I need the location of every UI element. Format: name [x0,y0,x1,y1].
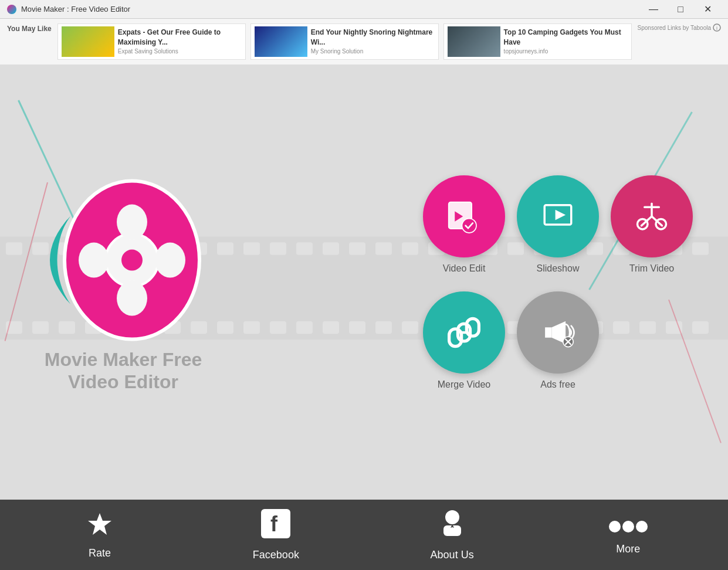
svg-rect-41 [296,321,313,334]
ad-thumb-2 [255,26,307,57]
video-edit-circle [423,175,505,257]
svg-rect-44 [375,321,392,334]
window-title: Movie Maker : Free Video Editor [21,5,640,13]
logo-area: Movie Maker Free Video Editor [35,172,211,393]
ad-title-1: Expats - Get Our Free Guide to Maximisin… [118,28,242,48]
ad-text-1: Expats - Get Our Free Guide to Maximisin… [118,28,242,56]
more-button[interactable]: More [540,515,716,555]
maximize-button[interactable]: □ [667,0,694,19]
title-bar: Movie Maker : Free Video Editor — □ ✕ [0,0,728,19]
svg-rect-13 [270,242,286,255]
window-controls: — □ ✕ [640,0,721,19]
svg-marker-83 [88,513,111,535]
svg-rect-16 [349,242,365,255]
ad-thumb-1 [62,26,114,57]
dots-icon [608,515,649,540]
trim-video-button[interactable]: Trim Video [611,175,693,274]
app-title: Movie Maker Free Video Editor [45,348,202,393]
slideshow-circle [517,175,599,257]
svg-point-59 [121,249,143,270]
svg-rect-3 [6,242,22,255]
rate-label: Rate [89,547,111,559]
ad-text-2: End Your Nightly Snoring Nightmare Wi...… [311,28,435,56]
ad-banner: You May Like Expats - Get Our Free Guide… [0,19,728,65]
content-area: Movie Maker Free Video Editor [0,65,728,500]
svg-rect-30 [6,321,22,334]
bottom-bar: Rate f Facebook [0,500,728,570]
ad-item-1[interactable]: Expats - Get Our Free Guide to Maximisin… [57,23,246,60]
svg-point-62 [79,242,109,277]
svg-rect-12 [243,242,260,255]
svg-point-89 [609,521,621,532]
ad-source-3: topsjourneys.info [504,48,628,56]
svg-point-61 [117,280,147,315]
svg-point-90 [622,521,634,532]
ad-header: You May Like [7,23,52,33]
svg-rect-29 [692,242,709,255]
svg-point-86 [445,510,459,524]
facebook-icon: f [261,509,290,545]
rate-button[interactable]: Rate [12,510,188,559]
svg-point-60 [117,204,147,239]
person-svg [438,509,467,541]
ad-items: Expats - Get Our Free Guide to Maximisin… [57,23,632,60]
svg-rect-18 [402,242,418,255]
svg-marker-70 [556,209,566,220]
ads-icon [537,312,578,353]
close-button[interactable]: ✕ [694,0,721,19]
features-area: Video Edit Slideshow [423,175,693,390]
minimize-button[interactable]: — [640,0,667,19]
svg-point-68 [462,218,477,233]
about-us-button[interactable]: About Us [364,509,540,561]
ads-free-button[interactable]: Ads free [517,291,599,390]
more-label: More [616,543,640,555]
star-icon [85,510,114,544]
ad-item-2[interactable]: End Your Nightly Snoring Nightmare Wi...… [250,23,439,60]
svg-text:i: i [716,25,717,31]
video-edit-button[interactable]: Video Edit [423,175,505,274]
svg-point-63 [155,242,185,277]
ad-sponsored: Sponsored Links by Taboola i [638,23,721,32]
ad-source-2: My Snoring Solution [311,48,435,56]
star-svg [85,510,114,540]
svg-rect-17 [375,242,392,255]
facebook-label: Facebook [253,549,299,561]
svg-rect-42 [323,321,339,334]
trim-label: Trim Video [629,263,674,274]
person-icon [438,509,467,545]
facebook-svg: f [261,509,290,541]
ads-circle [517,291,599,374]
ad-text-3: Top 10 Camping Gadgets You Must Have top… [504,28,628,56]
ad-source-1: Expat Saving Solutions [118,48,242,56]
svg-rect-38 [217,321,233,334]
video-edit-label: Video Edit [443,263,486,274]
ad-thumb-3 [448,26,500,57]
svg-rect-39 [243,321,260,334]
svg-rect-43 [349,321,365,334]
slideshow-button[interactable]: Slideshow [517,175,599,274]
merge-label: Merge Video [438,379,490,390]
svg-rect-11 [217,242,233,255]
svg-rect-14 [296,242,313,255]
about-us-label: About Us [431,549,474,561]
ad-title-3: Top 10 Camping Gadgets You Must Have [504,28,628,48]
merge-video-button[interactable]: Merge Video [423,291,505,390]
svg-point-91 [636,521,648,532]
svg-marker-78 [545,327,551,338]
merge-icon [443,312,485,353]
main-window: You May Like Expats - Get Our Free Guide… [0,19,728,570]
film-reel-svg [35,172,211,348]
video-edit-icon [443,196,485,237]
app-icon [7,5,16,14]
slideshow-icon [537,196,578,237]
ad-item-3[interactable]: Top 10 Camping Gadgets You Must Have top… [443,23,632,60]
merge-circle [423,291,505,374]
slideshow-label: Slideshow [537,263,580,274]
facebook-button[interactable]: f Facebook [188,509,364,561]
svg-rect-56 [692,321,709,334]
ads-label: Ads free [540,379,575,390]
svg-rect-40 [270,321,286,334]
svg-rect-15 [323,242,339,255]
trim-circle [611,175,693,257]
trim-icon [631,196,672,237]
